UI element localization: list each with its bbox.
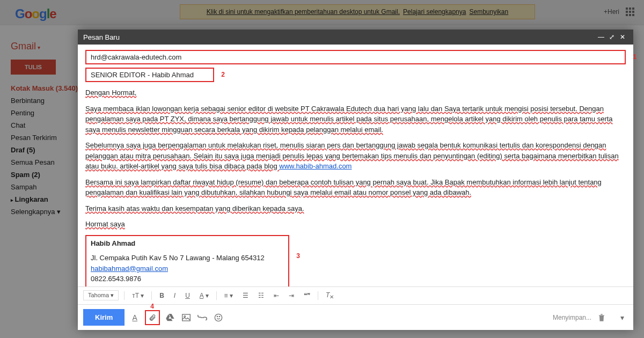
- emoji-icon[interactable]: [213, 312, 224, 324]
- compose-title: Pesan Baru: [83, 33, 120, 41]
- compose-window: Pesan Baru — ⤢ ✕ hrd@cakrawala-edutech.c…: [78, 30, 633, 330]
- annotation-3: 3: [296, 251, 300, 261]
- to-value: hrd@cakrawala-edutech.com: [91, 53, 181, 61]
- underline-button[interactable]: U: [183, 291, 192, 300]
- body-p2: Sebelumnya saya juga berpengalaman untuk…: [85, 141, 619, 170]
- sig-name: Habib Ahmad: [91, 238, 284, 249]
- body-p3: Bersama ini saya lampirkan daftar riwaya…: [85, 178, 602, 197]
- svg-rect-0: [182, 314, 191, 321]
- drive-icon[interactable]: [164, 312, 176, 324]
- align-button[interactable]: ≡ ▾: [222, 291, 235, 300]
- expand-icon[interactable]: ⤢: [606, 33, 617, 41]
- send-button[interactable]: Kirim: [83, 309, 125, 326]
- sig-email[interactable]: habibahmad@gmail.com: [91, 264, 168, 273]
- attach-icon[interactable]: [147, 312, 158, 324]
- close-icon[interactable]: ✕: [617, 33, 628, 41]
- body-p1: Saya membaca iklan lowongan kerja sebaga…: [85, 105, 613, 134]
- format-toggle-icon[interactable]: A: [129, 312, 141, 324]
- indent-less-button[interactable]: ⇤: [272, 291, 281, 300]
- compose-body[interactable]: Dengan Hormat, Saya membaca iklan lowong…: [78, 85, 633, 286]
- sig-phone: 0822.6543.9876: [91, 274, 284, 284]
- bold-button[interactable]: B: [157, 291, 166, 300]
- clear-format-button[interactable]: T✕: [324, 290, 336, 301]
- signature-box: Habib Ahmad Jl. Cempaka Putih Kav 5 No 7…: [85, 235, 289, 286]
- annotation-4: 4: [150, 303, 154, 310]
- svg-point-1: [184, 315, 186, 317]
- send-bar: Kirim A 4 Menyimpan... ▾: [78, 304, 633, 330]
- user-area: +Heri: [604, 8, 634, 16]
- body-thanks: Terima kasih atas waktu dan kesempatan y…: [85, 204, 304, 212]
- font-size-button[interactable]: тT ▾: [130, 291, 146, 300]
- svg-point-2: [215, 314, 222, 321]
- trash-icon[interactable]: [596, 312, 608, 324]
- annotation-1: 1: [633, 53, 636, 61]
- link-icon[interactable]: [196, 312, 208, 324]
- subject-field[interactable]: SENIOR EDITOR - Habib Ahmad 2: [85, 68, 214, 82]
- minimize-icon[interactable]: —: [596, 33, 606, 41]
- sig-address: Jl. Cempaka Putih Kav 5 No 7 Lawang - Ma…: [91, 253, 284, 263]
- more-options-icon[interactable]: ▾: [616, 312, 628, 324]
- saving-status: Menyimpan...: [553, 314, 591, 321]
- compose-button[interactable]: TULIS: [11, 60, 56, 75]
- text-color-button[interactable]: A ▾: [197, 291, 211, 300]
- to-field[interactable]: hrd@cakrawala-edutech.com 1: [85, 50, 626, 64]
- font-select[interactable]: Tahoma ▾: [83, 290, 119, 300]
- notification-hide-link[interactable]: Sembunyikan: [469, 8, 508, 16]
- user-name[interactable]: +Heri: [604, 8, 619, 16]
- subject-value: SENIOR EDITOR - Habib Ahmad: [91, 71, 194, 79]
- svg-point-3: [217, 316, 218, 317]
- compose-titlebar[interactable]: Pesan Baru — ⤢ ✕: [78, 30, 633, 45]
- notification-learn-link[interactable]: Pelajari selengkapnya: [403, 8, 466, 16]
- format-toolbar: Tahoma ▾ тT ▾ B I U A ▾ ≡ ▾ ☰ ☷ ⇤ ⇥ ❝❞ T…: [78, 286, 633, 304]
- annotation-2: 2: [221, 71, 225, 78]
- body-closing: Hormat saya: [85, 220, 125, 228]
- indent-more-button[interactable]: ⇥: [287, 291, 296, 300]
- notification-bar: Klik di sini untuk mengaktifkan pemberit…: [180, 4, 535, 19]
- greeting: Dengan Hormat,: [85, 89, 136, 97]
- apps-icon[interactable]: [626, 8, 634, 16]
- google-logo: Google: [15, 6, 56, 21]
- svg-point-4: [219, 316, 220, 317]
- blog-link[interactable]: www.habib-ahmad.com: [279, 162, 352, 170]
- quote-button[interactable]: ❝❞: [302, 291, 312, 300]
- photo-icon[interactable]: [180, 312, 192, 324]
- notification-enable-link[interactable]: Klik di sini untuk mengaktifkan pemberit…: [207, 8, 400, 16]
- numbered-list-button[interactable]: ☰: [240, 291, 251, 300]
- bullet-list-button[interactable]: ☷: [256, 291, 266, 300]
- italic-button[interactable]: I: [172, 291, 178, 300]
